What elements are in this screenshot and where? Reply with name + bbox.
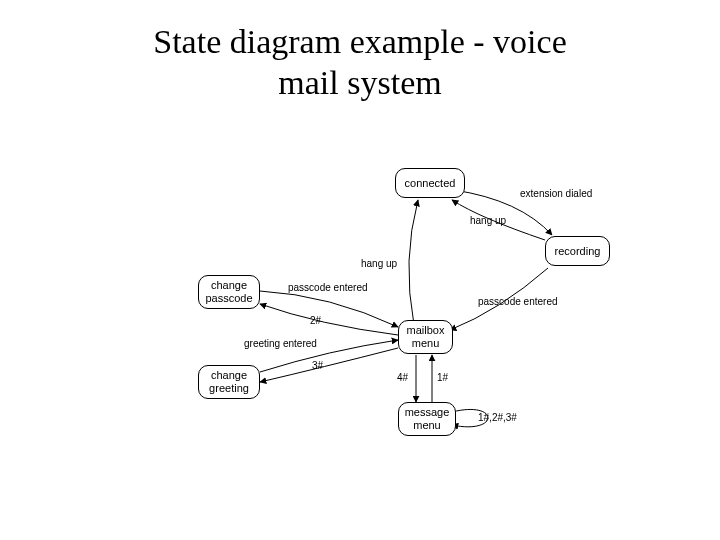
label-1hash: 1# — [437, 372, 448, 383]
label-mm-self: 1#,2#,3# — [478, 412, 517, 423]
edges-svg — [0, 0, 720, 540]
label-greeting-entered: greeting entered — [244, 338, 317, 349]
label-passcode-entered-cp: passcode entered — [288, 282, 368, 293]
state-mailbox-menu-label: mailbox menu — [407, 324, 445, 349]
state-connected-label: connected — [405, 177, 456, 190]
state-change-passcode: change passcode — [198, 275, 260, 309]
state-diagram: connected recording change passcode mail… — [0, 0, 720, 540]
state-connected: connected — [395, 168, 465, 198]
label-4hash: 4# — [397, 372, 408, 383]
edge-mailbox-changepass — [260, 304, 398, 335]
label-3hash: 3# — [312, 360, 323, 371]
state-message-menu: message menu — [398, 402, 456, 436]
state-recording: recording — [545, 236, 610, 266]
label-hang-up-rec: hang up — [470, 215, 506, 226]
label-passcode-entered-rec: passcode entered — [478, 296, 558, 307]
edge-changepass-mailbox — [260, 291, 398, 327]
label-2hash: 2# — [310, 315, 321, 326]
label-hang-up-mb: hang up — [361, 258, 397, 269]
state-recording-label: recording — [555, 245, 601, 258]
edge-mailbox-connected — [409, 200, 418, 325]
state-mailbox-menu: mailbox menu — [398, 320, 453, 354]
label-extension-dialed: extension dialed — [520, 188, 592, 199]
state-message-menu-label: message menu — [405, 406, 450, 431]
state-change-greeting-label: change greeting — [209, 369, 249, 394]
state-change-passcode-label: change passcode — [205, 279, 252, 304]
state-change-greeting: change greeting — [198, 365, 260, 399]
